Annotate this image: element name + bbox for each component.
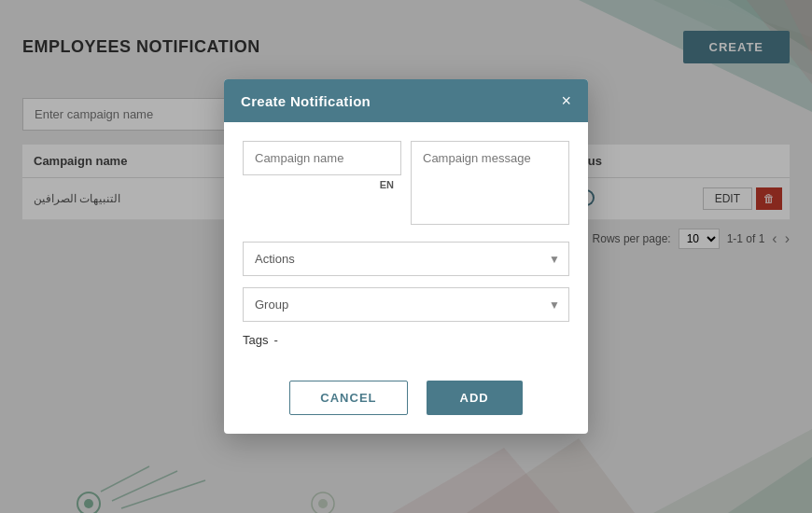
create-notification-modal: Create Notification × EN Actions ▼ Group: [224, 79, 588, 434]
modal-top-row: EN: [243, 141, 569, 229]
modal-title: Create Notification: [241, 93, 371, 109]
campaign-name-input[interactable]: [243, 141, 401, 175]
actions-select-wrap: Actions ▼: [243, 242, 569, 276]
cancel-button[interactable]: CANCEL: [289, 381, 407, 415]
campaign-message-textarea[interactable]: [411, 141, 569, 225]
tags-value: -: [273, 333, 277, 347]
campaign-name-wrap: EN: [243, 141, 401, 229]
group-select[interactable]: Group: [243, 287, 569, 322]
actions-select[interactable]: Actions: [243, 242, 569, 276]
modal-close-button[interactable]: ×: [561, 92, 571, 109]
lang-badge: EN: [380, 179, 394, 190]
modal-footer: CANCEL ADD: [224, 371, 588, 434]
group-select-wrap: Group ▼: [243, 287, 569, 322]
tags-row: Tags -: [243, 333, 569, 347]
campaign-message-wrap: [411, 141, 569, 229]
modal-body: EN Actions ▼ Group ▼ Tags -: [224, 122, 588, 371]
tags-label: Tags: [243, 333, 268, 347]
modal-header: Create Notification ×: [224, 79, 588, 122]
add-button[interactable]: ADD: [427, 381, 523, 415]
